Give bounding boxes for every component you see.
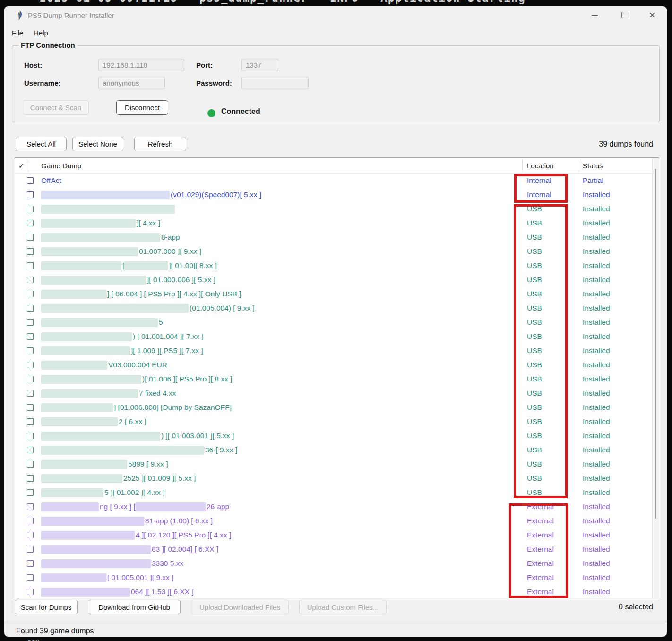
- row-checkbox[interactable]: [27, 362, 34, 368]
- refresh-button[interactable]: Refresh: [134, 137, 186, 151]
- table-row[interactable]: 064 ][ 1.53 ][ 6.XX ]ExternalInstalled: [15, 585, 659, 598]
- row-checkbox[interactable]: [27, 191, 34, 198]
- table-row[interactable]: 36-[ 9.xx ]USBInstalled: [15, 443, 659, 457]
- table-row[interactable]: 01.007.000 ][ 9.xx ]USBInstalled: [15, 244, 659, 259]
- row-checkbox[interactable]: [27, 220, 34, 226]
- vertical-scrollbar[interactable]: [652, 158, 659, 598]
- table-row[interactable]: )[ 01.006 ][ PS5 Pro ][ 8.xx ]USBInstall…: [15, 372, 659, 386]
- row-checkbox[interactable]: [27, 404, 34, 411]
- select-none-button[interactable]: Select None: [72, 137, 123, 151]
- row-checkbox[interactable]: [27, 390, 34, 397]
- select-all-button[interactable]: Select All: [16, 137, 67, 151]
- row-checkbox[interactable]: [27, 518, 34, 524]
- header-location[interactable]: Location: [527, 158, 554, 173]
- table-row[interactable]: 2525 ][ 01.009 ][ 5.xx ]USBInstalled: [15, 471, 659, 485]
- row-checkbox[interactable]: [27, 262, 34, 269]
- disconnect-button[interactable]: Disconnect: [116, 100, 168, 115]
- port-input[interactable]: [241, 59, 278, 71]
- table-row[interactable]: (01.005.004) [ 9.xx ]USBInstalled: [15, 301, 659, 315]
- table-row[interactable]: ][ 1.009 ][ PS5 ][ 7.xx ]USBInstalled: [15, 344, 659, 358]
- row-checkbox[interactable]: [27, 206, 34, 212]
- table-row[interactable]: ) ][ 01.003.001 ][ 5.xx ]USBInstalled: [15, 429, 659, 443]
- table-row[interactable]: 83 ][ 02.004] [ 6.XX ]ExternalInstalled: [15, 542, 659, 556]
- row-checkbox[interactable]: [27, 489, 34, 496]
- checkbox-cell: [15, 191, 34, 198]
- table-row[interactable]: ] [ 06.004 ] [ PS5 Pro ][ 4.xx ][ Only U…: [15, 287, 659, 301]
- status-value: Installed: [579, 205, 659, 213]
- checkbox-cell: [15, 177, 34, 184]
- row-checkbox[interactable]: [27, 376, 34, 382]
- header-checkmark[interactable]: ✓: [18, 158, 25, 173]
- table-row[interactable]: 5USBInstalled: [15, 315, 659, 329]
- table-row[interactable]: ] [01.006.000] [Dump by SazanOFF]USBInst…: [15, 400, 659, 415]
- scrollbar-thumb[interactable]: [655, 169, 656, 519]
- download-from-github-button[interactable]: Download from GitHub: [88, 600, 181, 614]
- table-row[interactable]: [ 01.005.001 ][ 9.xx ]ExternalInstalled: [15, 571, 659, 585]
- location-value: Internal: [522, 191, 579, 199]
- row-checkbox[interactable]: [27, 305, 34, 312]
- game-dump-name: 81-app (1.00) [ 6.xx ]: [34, 517, 522, 526]
- redacted-text: [41, 531, 135, 540]
- table-row[interactable]: [ ][ 01.00][ 8.xx ]USBInstalled: [15, 259, 659, 273]
- table-row[interactable]: ) [ 01.001.004 ][ 7.xx ]USBInstalled: [15, 329, 659, 344]
- row-checkbox[interactable]: [27, 461, 34, 468]
- table-row[interactable]: V03.000.004 EURUSBInstalled: [15, 358, 659, 372]
- upload-downloaded-files-button[interactable]: Upload Downloaded Files: [191, 600, 289, 614]
- host-input[interactable]: [98, 59, 184, 71]
- table-row[interactable]: OffActInternalPartial: [15, 173, 659, 188]
- row-checkbox[interactable]: [27, 560, 34, 567]
- connect-scan-button[interactable]: Connect & Scan: [23, 100, 89, 115]
- row-checkbox[interactable]: [27, 447, 34, 453]
- upload-custom-files-button[interactable]: Upload Custom Files...: [299, 600, 387, 614]
- header-status[interactable]: Status: [583, 158, 603, 173]
- row-checkbox[interactable]: [27, 234, 34, 241]
- location-value: Internal: [522, 176, 579, 185]
- username-input[interactable]: [98, 77, 165, 89]
- row-checkbox[interactable]: [27, 319, 34, 326]
- table-row[interactable]: 5899 [ 9.xx ]USBInstalled: [15, 457, 659, 471]
- table-row[interactable]: (v01.029)(Speed007)[ 5.xx ]InternalInsta…: [15, 188, 659, 202]
- table-row[interactable]: 8-appUSBInstalled: [15, 230, 659, 244]
- minimize-button[interactable]: [584, 6, 605, 24]
- maximize-button[interactable]: [614, 6, 636, 24]
- menu-bar: File Help: [4, 27, 667, 39]
- menu-file[interactable]: File: [12, 27, 23, 39]
- table-row[interactable]: 3330 5.xxExternalInstalled: [15, 556, 659, 571]
- checkbox-cell: [15, 248, 34, 255]
- table-row[interactable]: 5 ][ 01.002 ][ 4.xx ]USBInstalled: [15, 485, 659, 500]
- table-row[interactable]: ][ 4.xx ]USBInstalled: [15, 216, 659, 230]
- row-checkbox[interactable]: [27, 347, 34, 354]
- row-checkbox[interactable]: [27, 546, 34, 553]
- column-separator: [579, 160, 579, 172]
- table-row[interactable]: USBInstalled: [15, 202, 659, 216]
- row-checkbox[interactable]: [27, 589, 34, 595]
- redacted-text: [41, 318, 158, 327]
- status-value: Partial: [579, 176, 659, 185]
- location-value: USB: [522, 276, 579, 284]
- row-checkbox[interactable]: [27, 333, 34, 340]
- password-input[interactable]: [241, 77, 309, 89]
- table-row[interactable]: 7 fixed 4.xxUSBInstalled: [15, 386, 659, 400]
- table-header: ✓ Game Dump Location Status: [15, 158, 659, 174]
- row-checkbox[interactable]: [27, 503, 34, 510]
- table-row[interactable]: ][ 01.000.006 ][ 5.xx ]USBInstalled: [15, 273, 659, 287]
- status-value: Installed: [579, 361, 659, 369]
- row-checkbox[interactable]: [27, 532, 34, 538]
- row-checkbox[interactable]: [27, 574, 34, 581]
- row-checkbox[interactable]: [27, 475, 34, 482]
- row-checkbox[interactable]: [27, 277, 34, 283]
- table-row[interactable]: 4 ][ 02.120 ][ PS5 Pro ][ 4.xx ]External…: [15, 528, 659, 542]
- row-checkbox[interactable]: [27, 177, 34, 184]
- table-row[interactable]: 81-app (1.00) [ 6.xx ]ExternalInstalled: [15, 514, 659, 528]
- menu-help[interactable]: Help: [34, 27, 48, 39]
- row-checkbox[interactable]: [27, 433, 34, 439]
- table-row[interactable]: 2 [ 6.xx ]USBInstalled: [15, 415, 659, 429]
- row-checkbox[interactable]: [27, 291, 34, 297]
- scan-for-dumps-button[interactable]: Scan for Dumps: [15, 600, 78, 614]
- row-checkbox[interactable]: [27, 418, 34, 425]
- close-button[interactable]: ✕: [641, 6, 663, 24]
- game-dump-text: 36-[ 9.xx ]: [205, 446, 237, 454]
- header-game-dump[interactable]: Game Dump: [41, 158, 81, 173]
- table-row[interactable]: ng [ 9.xx ] [ 26-appExternalInstalled: [15, 500, 659, 514]
- row-checkbox[interactable]: [27, 248, 34, 255]
